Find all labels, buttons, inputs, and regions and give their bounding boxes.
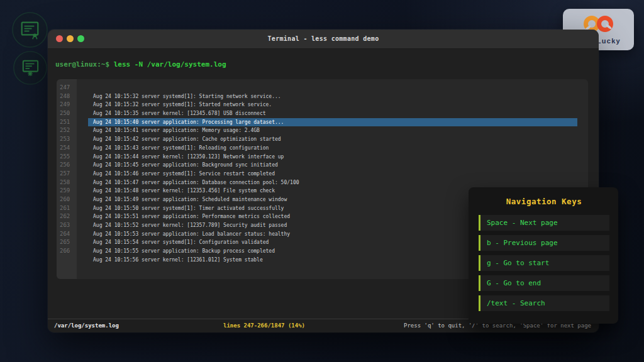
status-file-path: /var/log/system.log	[54, 319, 119, 332]
prompt-user: user@linux:~$	[55, 60, 109, 69]
log-line: Aug 24 10:15:35 server kernel: [12345.67…	[88, 109, 577, 118]
log-line: Aug 24 10:15:47 server application: Data…	[88, 178, 577, 187]
log-line: Aug 24 10:15:43 server systemd[1]: Reloa…	[88, 144, 577, 153]
navigation-keys-panel: Navigation Keys Space - Next pageb - Pre…	[469, 187, 618, 324]
log-line-number: 260	[57, 195, 77, 204]
log-line-number: 250	[57, 109, 77, 118]
log-line-highlighted: Aug 24 10:15:40 server application: Proc…	[88, 118, 577, 127]
log-line-number: 257	[57, 170, 77, 178]
log-line-number: 266	[57, 247, 77, 256]
log-line: Aug 24 10:15:45 server application: Back…	[88, 161, 577, 170]
log-line-number: 248	[57, 92, 77, 101]
log-line: Aug 24 10:15:41 server application: Memo…	[88, 126, 577, 135]
log-line-number: 263	[57, 221, 77, 230]
log-line-number: 262	[57, 212, 77, 221]
command-prompt: user@linux:~$ less -N /var/log/system.lo…	[55, 60, 226, 69]
log-line-number: 255	[57, 153, 77, 162]
prompt-command: less -N /var/log/system.log	[109, 60, 226, 69]
certificate-seal-icon	[13, 50, 48, 88]
log-gutter: 2472482492502512522532542552562572582592…	[57, 79, 77, 279]
log-line-number: 264	[57, 230, 77, 239]
nav-key-item: G - Go to end	[479, 275, 609, 291]
log-line-number: 247	[57, 84, 77, 92]
log-line-number: 249	[57, 101, 77, 109]
log-line-number: 259	[57, 187, 77, 195]
log-line-number: 261	[57, 204, 77, 213]
log-line-number: 254	[57, 144, 77, 153]
log-line-number	[57, 256, 77, 265]
log-line: Aug 24 10:15:32 server systemd[1]: Start…	[88, 92, 577, 101]
log-line-number: 256	[57, 161, 77, 170]
status-line-position: lines 247-266/1847 (14%)	[223, 319, 305, 332]
log-line: Aug 24 10:15:32 server systemd[1]: Start…	[88, 101, 577, 109]
log-line-number: 258	[57, 178, 77, 187]
log-line: Aug 24 10:15:44 server kernel: [12350.12…	[88, 153, 577, 162]
nav-panel-title: Navigation Keys	[479, 197, 609, 206]
log-line: Aug 24 10:15:42 server application: Cach…	[88, 135, 577, 144]
nav-key-item: /text - Search	[479, 295, 609, 311]
log-line-number: 253	[57, 135, 77, 144]
nav-key-item: Space - Next page	[479, 215, 609, 231]
log-line-number: 265	[57, 238, 77, 247]
log-line-number: 251	[57, 118, 77, 127]
window-title: Terminal - less command demo	[48, 30, 599, 48]
nav-key-item: b - Previous page	[479, 235, 609, 251]
certificate-icon	[11, 11, 48, 51]
title-bar: Terminal - less command demo	[48, 30, 599, 49]
log-line	[88, 84, 577, 92]
nav-key-item: g - Go to start	[479, 255, 609, 271]
nav-keys-list: Space - Next pageb - Previous pageg - Go…	[479, 215, 609, 311]
log-line-number: 252	[57, 126, 77, 135]
log-line: Aug 24 10:15:46 server systemd[1]: Servi…	[88, 170, 577, 178]
